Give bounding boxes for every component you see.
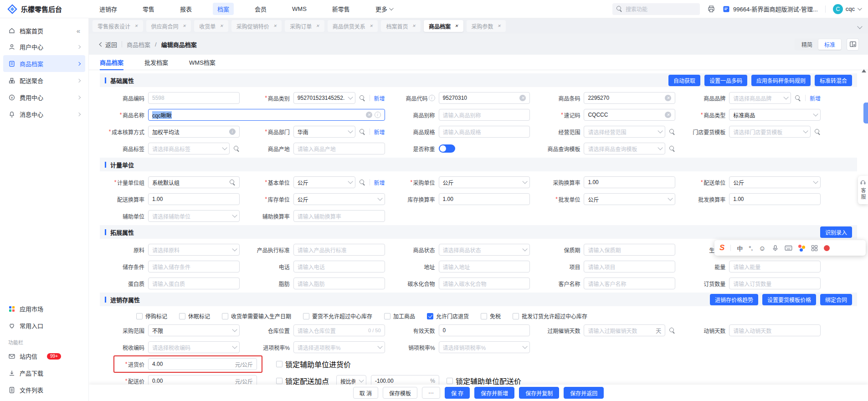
warehouse-pos-input[interactable]: 请输入仓库位置0 / 50	[293, 324, 385, 336]
more-actions-button[interactable]: ···	[422, 387, 440, 399]
checkbox-dormant[interactable]: 休眠标记	[179, 312, 210, 320]
density-compact[interactable]: 精简	[796, 39, 818, 50]
protein-input[interactable]: 请输入蛋白质	[148, 278, 240, 289]
base-unit-select[interactable]: 公斤	[293, 176, 355, 188]
nav-item-report[interactable]: 报表	[175, 3, 196, 15]
sidebar-collapse-icon[interactable]: «	[77, 27, 80, 35]
checkbox-stop-purchase[interactable]: 停购标记	[136, 312, 167, 320]
ocr-entry-button[interactable]: 识别录入	[820, 226, 852, 238]
close-icon[interactable]	[183, 24, 186, 28]
brand-select[interactable]: 请选择商品品牌	[729, 92, 791, 104]
checkbox-tax-free[interactable]: 免税	[481, 312, 501, 320]
spec-input[interactable]: 请输入商品规格	[439, 126, 530, 138]
auto-fetch-button[interactable]: 自动获取	[668, 75, 700, 86]
nav-item-more[interactable]: 更多	[371, 3, 397, 15]
nav-item-wms[interactable]: WMS	[288, 4, 311, 14]
sidebar-item-message-center[interactable]: 消息中心	[0, 106, 88, 123]
close-icon[interactable]	[273, 24, 277, 28]
sidebar-item-delivery[interactable]: 配送聚合	[0, 72, 88, 89]
tax-code-select[interactable]: 请选择税收编码	[148, 341, 240, 353]
fat-input[interactable]: 请输入脂肪	[293, 278, 385, 289]
checkbox-lock-aux-purchase-price[interactable]: 锁定辅助单位进货价	[276, 359, 351, 370]
scale-barcode-rule-button[interactable]: 应用条码秤条码规则	[751, 75, 811, 86]
tab-retail-report-design[interactable]: 零售报表设计	[92, 20, 143, 32]
density-standard[interactable]: 标准	[818, 39, 841, 50]
nav-item-inventory[interactable]: 进销存	[95, 3, 122, 15]
search-icon[interactable]	[360, 129, 365, 135]
tabs-overflow-icon[interactable]	[857, 24, 862, 29]
tag-select[interactable]: 请选择商品标签	[148, 143, 230, 154]
sidebar-item-app-market[interactable]: 应用市场	[0, 300, 88, 317]
storage-input[interactable]: 请输入储存条件	[148, 261, 240, 272]
sidebar-item-archive-home[interactable]: 档案首页 «	[0, 23, 88, 38]
sidebar-item-expense-center[interactable]: ¥ 费用中心	[0, 89, 88, 106]
add-category-link[interactable]: 新增	[374, 94, 385, 102]
bind-contract-button[interactable]: 绑定合同	[820, 294, 852, 305]
search-icon[interactable]	[234, 146, 240, 152]
close-icon[interactable]	[220, 24, 223, 28]
clear-icon[interactable]	[519, 95, 526, 101]
search-icon[interactable]	[795, 95, 801, 101]
purchase-price-input[interactable]: 4.00元/公斤	[148, 358, 257, 370]
save-and-new-button[interactable]: 保存并新增	[474, 387, 514, 399]
standard-to-mixed-button[interactable]: 标准转混合	[815, 75, 852, 86]
checkbox-lock-aux-delivery-price[interactable]: 锁定辅助单位配送价	[447, 375, 521, 385]
product-name-input[interactable]: cqc瞅瞅	[148, 109, 385, 121]
store-template-select[interactable]: 请选择门店要货模板	[729, 126, 811, 138]
tab-receipt-order[interactable]: 收货单	[194, 20, 228, 32]
search-icon[interactable]	[669, 129, 675, 135]
tab-purchase-order[interactable]: 采购订单	[285, 20, 324, 32]
purchase-unit-select[interactable]: 公斤	[439, 176, 530, 188]
project-input[interactable]: 请输入项目	[584, 261, 675, 272]
checkbox-receipt-prod-date[interactable]: 收货单需要输入生产日期	[222, 312, 291, 320]
layout-panel-button[interactable]	[847, 38, 859, 51]
exec-standard-input[interactable]: 请输入产品执行标准	[293, 244, 385, 256]
sogou-logo-icon[interactable]: S	[719, 243, 724, 252]
order-qty-input[interactable]: 请输入订货数量	[729, 278, 821, 289]
multi-barcode-button[interactable]: 设置一品多码	[704, 75, 747, 86]
shelf-life-input[interactable]: 请输入保质期	[584, 244, 675, 256]
subtab-wms-archive[interactable]: WMS档案	[189, 55, 216, 70]
purchase-scope-select[interactable]: 不限	[148, 324, 240, 336]
sidebar-item-favorites[interactable]: 常用入口	[0, 317, 88, 334]
markup-mode-select[interactable]: 按比例	[336, 375, 366, 385]
mnemonic-input[interactable]: CQCCC	[584, 109, 675, 121]
sidebar-item-inbox[interactable]: 站内信 99+	[0, 348, 88, 365]
checkbox-wholesale-exceed-stock[interactable]: 批发订货允许超过中心库存	[513, 312, 587, 320]
user-menu[interactable]: C cqc	[833, 4, 861, 14]
product-no-input[interactable]: 5598	[148, 92, 240, 104]
search-icon[interactable]	[669, 328, 675, 334]
delivery-unit-select[interactable]: 公斤	[729, 176, 821, 188]
printer-icon[interactable]	[707, 5, 715, 13]
checkbox-processed-goods[interactable]: 加工商品	[384, 312, 415, 320]
valid-days-input[interactable]: 0	[439, 324, 530, 336]
ime-punctuation-icon[interactable]: °,	[749, 245, 753, 252]
delivery-rate-input[interactable]: 1.00	[148, 193, 240, 205]
cost-method-input[interactable]: 加权平均法	[148, 126, 240, 138]
checkbox-lock-delivery-markup[interactable]: 锁定配送加点	[276, 375, 329, 385]
purchase-rate-input[interactable]: 1.00	[584, 176, 675, 188]
checkbox-allow-store-return[interactable]: 允许门店退货	[427, 312, 469, 320]
nav-item-new-retail[interactable]: 新零售	[328, 3, 354, 15]
add-unit-link[interactable]: 新增	[374, 179, 385, 186]
add-department-link[interactable]: 新增	[374, 128, 385, 136]
sidebar-item-product-archive[interactable]: 商品档案	[3, 55, 85, 72]
nav-item-archive[interactable]: 档案	[213, 3, 234, 15]
origin-input[interactable]: 请输入商品产地	[293, 143, 385, 154]
input-tax-select[interactable]: 请选择进项税率%	[293, 341, 385, 353]
tab-archive-home[interactable]: 档案首页	[381, 20, 421, 32]
tenant-switcher[interactable]: 99664-新界面商超版测试-管理...	[723, 5, 818, 13]
ime-toolbox-icon[interactable]	[811, 245, 818, 252]
nav-item-retail[interactable]: 零售	[138, 3, 159, 15]
clear-icon[interactable]	[665, 112, 671, 118]
save-template-button[interactable]: 保存模板	[383, 387, 417, 399]
tab-supply-relation[interactable]: 商品供货关系	[328, 20, 378, 32]
product-type-select[interactable]: 标准商品	[729, 109, 821, 121]
barcode-input[interactable]: 2295270	[584, 92, 675, 104]
customer-name-input[interactable]: 请输入客户名称	[584, 278, 675, 289]
search-icon[interactable]	[360, 95, 365, 101]
output-tax-select[interactable]: 请选择销项税率%	[439, 341, 530, 353]
sidebar-item-product-download[interactable]: 产品下载	[0, 365, 88, 381]
scroll-up-icon[interactable]	[862, 69, 866, 72]
carbs-input[interactable]: 请输入碳水化合物	[439, 278, 530, 289]
